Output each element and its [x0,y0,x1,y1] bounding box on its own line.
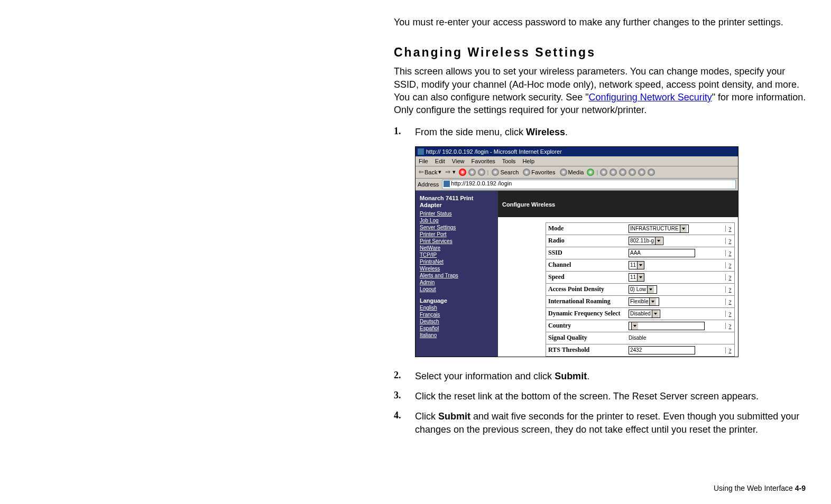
form-label: Channel [546,261,627,269]
help-link[interactable]: ? [725,262,734,268]
select-field[interactable]: Disabled [629,310,660,318]
help-link[interactable]: ? [725,311,734,317]
select-field[interactable]: 802.11b-g [629,237,663,245]
chevron-down-icon[interactable] [680,225,687,232]
form-row: Country? [546,320,735,332]
sidebar-printer-port[interactable]: Printer Port [420,231,494,237]
form-row: International RoamingFlexible? [546,295,735,307]
form-label: International Roaming [546,297,627,305]
menu-favorites[interactable]: Favorites [472,158,495,164]
select-field[interactable]: 11 [629,261,644,269]
help-link[interactable]: ? [725,323,734,329]
print-icon[interactable] [610,169,617,176]
chevron-down-icon[interactable] [655,237,662,245]
form-row: Access Point Density0) Low? [546,283,735,295]
help-link[interactable]: ? [725,250,734,256]
sidebar: Monarch 7411 Print Adapter Printer Statu… [416,191,498,357]
intro-paragraph: You must re-enter your access password t… [394,16,811,29]
sidebar-printer-status[interactable]: Printer Status [420,211,494,217]
titlebar: http:// 192.0.0.192 /login - Microsoft I… [416,147,738,156]
chevron-down-icon[interactable] [637,262,644,269]
menu-edit[interactable]: Edit [435,158,445,164]
sidebar-admin[interactable]: Admin [420,279,494,285]
lang-english[interactable]: English [420,305,494,311]
sidebar-server-settings[interactable]: Server Settings [420,225,494,230]
help-link[interactable]: ? [725,274,734,281]
sidebar-logout[interactable]: Logout [420,286,494,292]
chevron-down-icon[interactable] [637,274,644,281]
history-icon[interactable] [587,169,594,176]
text-input[interactable]: AAA [629,249,695,257]
lang-deutsch[interactable]: Deutsch [420,319,494,324]
step-4-text: Click Submit and wait five seconds for t… [415,410,811,436]
select-field[interactable]: 11 [629,273,644,282]
stop-icon[interactable] [459,169,466,176]
step-number-4: 4. [394,410,405,436]
help-link[interactable]: ? [725,347,734,353]
sidebar-job-log[interactable]: Job Log [420,218,494,223]
select-field[interactable]: Flexible [629,297,659,306]
sidebar-alerts[interactable]: Alerts and Traps [420,273,494,278]
select-field[interactable]: 0) Low [629,285,657,294]
help-link[interactable]: ? [725,298,734,305]
form-value: 11 [627,273,725,282]
back-button[interactable]: ⇦Back ▾ [418,169,442,175]
menu-view[interactable]: View [452,158,465,164]
sidebar-printranet[interactable]: PrintraNet [420,259,494,265]
lang-italiano[interactable]: Italiano [420,332,494,338]
step-1-a: From the side menu, click [415,127,526,137]
favorites-button[interactable]: Favorites [522,169,556,176]
help-link[interactable]: ? [725,286,734,293]
form-value [627,322,725,330]
configuring-security-link[interactable]: Configuring Network Security [589,92,712,102]
sidebar-print-services[interactable]: Print Services [420,238,494,244]
footer-text: Using the Web Interface [714,484,795,492]
sidebar-wireless[interactable]: Wireless [420,266,494,272]
toolbar: ⇦Back ▾ ⇨ ▾ | Search Favorites Media | [416,166,738,179]
misc2-icon[interactable] [648,169,655,176]
body-paragraph: This screen allows you to set your wirel… [394,65,811,116]
refresh-icon[interactable] [468,169,476,176]
lang-francais[interactable]: Français [420,312,494,318]
step-number-1: 1. [394,126,405,138]
sidebar-netware[interactable]: NetWare [420,245,494,251]
form-value: 2432 [627,346,725,354]
misc1-icon[interactable] [638,169,645,176]
select-field[interactable] [629,322,705,330]
form-value: 802.11b-g [627,237,725,245]
media-button[interactable]: Media [559,169,585,176]
ie-icon [418,148,424,155]
lang-espanol[interactable]: Español [420,325,494,331]
text-input[interactable]: 2432 [629,346,695,354]
favorites-icon [523,169,530,176]
menu-help[interactable]: Help [522,158,534,164]
step-1-b: Wireless [526,127,565,137]
mail-icon[interactable] [600,169,607,176]
form-row: Speed11? [546,271,735,283]
language-heading: Language [420,297,494,304]
help-link[interactable]: ? [725,238,734,244]
chevron-down-icon[interactable] [647,286,654,293]
help-link[interactable]: ? [725,226,734,232]
address-input[interactable]: http://192.0.0.192 /login [442,180,736,189]
forward-button[interactable]: ⇨ ▾ [445,169,456,175]
chevron-down-icon[interactable] [649,298,656,305]
form-value: 0) Low [627,285,725,294]
chevron-down-icon[interactable] [652,310,659,318]
page-footer: Using the Web Interface 4-9 [714,484,806,492]
menu-tools[interactable]: Tools [502,158,516,164]
home-icon[interactable] [478,169,485,176]
step-1-c: . [565,127,568,137]
menu-file[interactable]: File [419,158,428,164]
edit-icon[interactable] [619,169,626,176]
step-2-text: Select your information and click Submit… [415,370,811,382]
form-label: Dynamic Frequency Select [546,310,627,318]
chevron-down-icon[interactable] [631,322,638,330]
form-label: Mode [546,225,627,232]
form-value: Disabled [627,310,725,318]
step-2-c: . [587,371,589,381]
select-field[interactable]: INFRASTRUCTURE [629,225,689,233]
search-button[interactable]: Search [491,169,520,176]
sidebar-tcpip[interactable]: TCP/IP [420,252,494,258]
discuss-icon[interactable] [629,169,636,176]
